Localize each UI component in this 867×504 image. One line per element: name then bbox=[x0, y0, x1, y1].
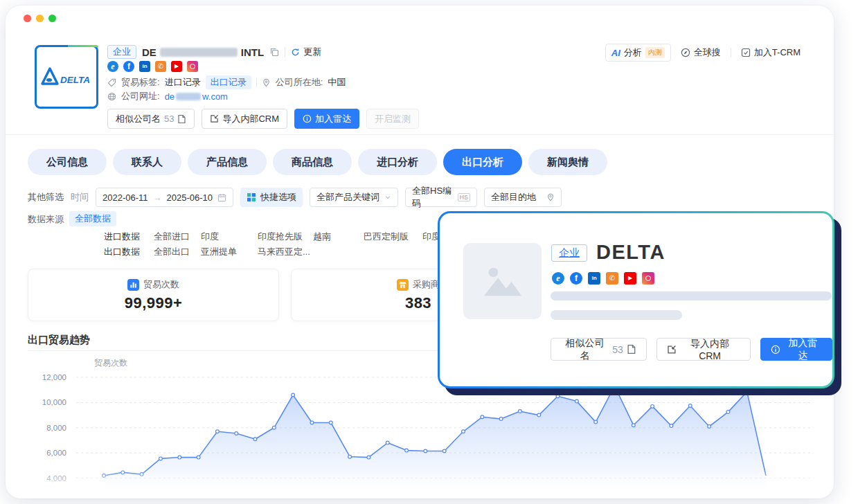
tab[interactable]: 出口分析 bbox=[443, 149, 522, 175]
social-links-row: efin✆▶ bbox=[107, 61, 198, 72]
company-title-row: 企业 DE INTL 更新 bbox=[107, 45, 321, 59]
info-circle-icon bbox=[771, 345, 780, 354]
svg-text:6,000: 6,000 bbox=[46, 449, 66, 457]
quick-options-button[interactable]: 快捷选项 bbox=[240, 188, 303, 207]
website-row: 公司网址: de w.com bbox=[107, 90, 228, 102]
stat-value: 383 bbox=[405, 294, 431, 312]
stat-card-trade-count: 贸易次数 99,999+ bbox=[28, 269, 279, 321]
store-icon bbox=[397, 279, 409, 291]
facebook-icon[interactable]: f bbox=[570, 272, 582, 285]
import-crm-button[interactable]: 导入内部CRM bbox=[202, 109, 287, 129]
internet-explorer-icon[interactable]: e bbox=[552, 272, 564, 285]
tag-export-records[interactable]: 出口记录 bbox=[206, 75, 251, 89]
hs-code-select[interactable]: 全部HS编码 HS bbox=[405, 188, 477, 207]
filter-row: 其他筛选 时间 2022-06-11 → 2025-06-10 快捷选项 全部产… bbox=[28, 188, 562, 207]
popup-inner: 企业 DELTA efin✆▶ 相似公司名 53 导入内部CRM bbox=[440, 213, 832, 386]
linkedin-icon[interactable]: in bbox=[139, 61, 150, 72]
destination-select[interactable]: 全部目的地 bbox=[484, 188, 562, 207]
stat-label: 采购商 bbox=[413, 278, 440, 291]
import-icon bbox=[667, 345, 677, 354]
add-tcrm-button[interactable]: 加入T-CRM bbox=[741, 46, 801, 59]
svg-text:8,000: 8,000 bbox=[46, 424, 66, 432]
add-radar-button[interactable]: 加入雷达 bbox=[760, 338, 832, 361]
data-source-category: 进口数据 bbox=[104, 231, 140, 243]
divider bbox=[285, 47, 285, 57]
beta-badge: 内测 bbox=[645, 47, 665, 58]
phone-icon[interactable]: ✆ bbox=[155, 61, 166, 72]
chart-section-title: 出口贸易趋势 bbox=[28, 334, 90, 347]
chevron-down-icon bbox=[384, 194, 391, 201]
globe-icon bbox=[107, 92, 116, 101]
instagram-icon[interactable] bbox=[642, 272, 654, 285]
youtube-icon[interactable]: ▶ bbox=[624, 272, 636, 285]
document-icon bbox=[627, 344, 636, 354]
svg-text:12,000: 12,000 bbox=[42, 373, 66, 381]
product-keyword-select[interactable]: 全部产品关键词 bbox=[310, 188, 398, 207]
company-popup-card: 企业 DELTA efin✆▶ 相似公司名 53 导入内部CRM bbox=[438, 211, 834, 388]
tab[interactable]: 进口分析 bbox=[358, 149, 437, 175]
data-source-all[interactable]: 全部数据 bbox=[69, 211, 116, 226]
company-location-value: 中国 bbox=[328, 76, 346, 89]
stat-label: 贸易次数 bbox=[143, 278, 179, 291]
tcrm-icon bbox=[741, 48, 751, 57]
delta-logo-icon: DELTA bbox=[41, 66, 92, 87]
company-name: DE INTL bbox=[142, 46, 264, 58]
date-range-input[interactable]: 2022-06-11 → 2025-06-10 bbox=[96, 188, 233, 207]
phone-icon[interactable]: ✆ bbox=[606, 272, 618, 285]
company-website-link[interactable]: de w.com bbox=[165, 91, 228, 102]
facebook-icon[interactable]: f bbox=[123, 61, 134, 72]
tab[interactable]: 产品信息 bbox=[188, 149, 267, 175]
popup-type-badge: 企业 bbox=[551, 244, 587, 262]
tab[interactable]: 联系人 bbox=[113, 149, 181, 175]
ai-analysis-button[interactable]: AI 分析 内测 bbox=[605, 44, 671, 62]
data-source-option[interactable]: 马来西亚定... bbox=[258, 246, 310, 258]
company-logo: DELTA bbox=[35, 45, 98, 109]
tab[interactable]: 商品信息 bbox=[273, 149, 352, 175]
traffic-light[interactable] bbox=[24, 15, 31, 22]
bottom-fade bbox=[6, 469, 834, 498]
import-crm-button[interactable]: 导入内部CRM bbox=[656, 338, 751, 361]
linkedin-icon[interactable]: in bbox=[588, 272, 600, 285]
popup-company-name: DELTA bbox=[596, 241, 665, 264]
other-filters-label[interactable]: 其他筛选 bbox=[28, 191, 64, 204]
start-monitor-button[interactable]: 开启监测 bbox=[366, 109, 419, 129]
refresh-button[interactable]: 更新 bbox=[291, 46, 321, 58]
calendar-icon bbox=[217, 193, 226, 202]
data-source-option[interactable]: 全部出口 bbox=[154, 246, 190, 258]
data-source-option[interactable]: 全部进口 bbox=[154, 231, 190, 243]
tag-icon bbox=[107, 78, 116, 87]
global-search-button[interactable]: 全球搜 bbox=[681, 46, 721, 59]
traffic-light[interactable] bbox=[48, 15, 56, 22]
similar-companies-button[interactable]: 相似公司名 53 bbox=[107, 109, 195, 129]
traffic-light[interactable] bbox=[36, 15, 44, 22]
tab[interactable]: 公司信息 bbox=[28, 149, 107, 175]
logo-accent-bar bbox=[68, 45, 98, 47]
hs-icon: HS bbox=[458, 193, 471, 201]
instagram-icon[interactable] bbox=[187, 61, 198, 72]
bar-chart-icon bbox=[127, 279, 139, 291]
text-placeholder-bar bbox=[551, 310, 682, 320]
copy-icon[interactable] bbox=[269, 47, 279, 57]
window-traffic-lights[interactable] bbox=[24, 15, 56, 22]
company-type-badge: 企业 bbox=[107, 45, 136, 59]
tab[interactable]: 新闻舆情 bbox=[528, 149, 607, 175]
location-icon bbox=[262, 78, 271, 87]
data-source-option[interactable]: 印度抢先版 bbox=[258, 231, 303, 243]
image-placeholder bbox=[463, 243, 542, 319]
grid-icon bbox=[247, 192, 256, 202]
data-source-option[interactable]: 巴西定制版 bbox=[364, 231, 409, 243]
tag-import-records[interactable]: 进口记录 bbox=[165, 76, 201, 89]
data-source-option[interactable]: 越南 bbox=[313, 231, 331, 243]
youtube-icon[interactable]: ▶ bbox=[171, 61, 182, 72]
refresh-icon bbox=[291, 48, 300, 57]
mountains-icon bbox=[481, 263, 524, 299]
data-source-option[interactable]: 印度 bbox=[201, 231, 219, 243]
internet-explorer-icon[interactable]: e bbox=[107, 61, 118, 72]
stat-value: 99,999+ bbox=[125, 294, 183, 312]
add-radar-button[interactable]: 加入雷达 bbox=[294, 109, 359, 129]
import-icon bbox=[210, 114, 219, 123]
trade-tags-row: 贸易标签: 进口记录 出口记录 公司所在地: 中国 bbox=[107, 75, 346, 89]
data-source-option[interactable]: 亚洲提单 bbox=[201, 246, 237, 258]
similar-companies-button[interactable]: 相似公司名 53 bbox=[551, 338, 647, 361]
data-source-category: 出口数据 bbox=[104, 246, 140, 258]
